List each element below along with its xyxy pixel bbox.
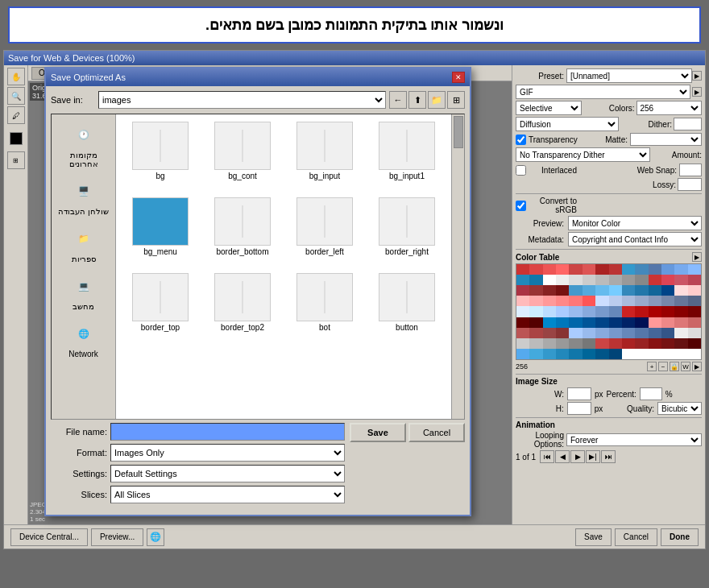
file-item[interactable]: border_left xyxy=(285,195,364,267)
color-cell[interactable] xyxy=(583,338,595,349)
dialog-save-btn[interactable]: Save xyxy=(350,423,406,442)
color-cell[interactable] xyxy=(609,285,622,296)
color-cell[interactable] xyxy=(516,264,529,275)
color-cell[interactable] xyxy=(649,338,661,349)
color-add-btn[interactable]: + xyxy=(647,362,657,371)
color-cell[interactable] xyxy=(595,306,608,317)
color-cell[interactable] xyxy=(649,264,661,275)
up-btn[interactable]: ⬆ xyxy=(408,91,426,109)
color-cell[interactable] xyxy=(688,328,701,338)
color-cell[interactable] xyxy=(674,317,687,328)
color-cell[interactable] xyxy=(583,264,595,275)
color-cell[interactable] xyxy=(529,306,542,317)
color-cell[interactable] xyxy=(583,317,595,328)
convert-srgb-checkbox[interactable] xyxy=(516,201,526,211)
color-cell[interactable] xyxy=(595,275,608,285)
color-cell[interactable] xyxy=(635,306,648,317)
color-cell[interactable] xyxy=(595,285,608,296)
color-cell[interactable] xyxy=(583,349,595,359)
color-cell[interactable] xyxy=(529,296,542,306)
color-cell[interactable] xyxy=(543,338,556,349)
color-cell[interactable] xyxy=(583,285,595,296)
color-cell[interactable] xyxy=(516,349,529,359)
lossy-value[interactable]: 0 xyxy=(678,178,702,191)
color-cell[interactable] xyxy=(569,328,582,338)
color-cell[interactable] xyxy=(622,285,635,296)
device-central-btn[interactable]: Device Central... xyxy=(10,528,88,546)
anim-prev-btn[interactable]: ◀ xyxy=(555,450,570,463)
color-cell[interactable] xyxy=(609,296,622,306)
settings-select[interactable]: Default Settings xyxy=(110,465,345,482)
color-cell[interactable] xyxy=(556,349,569,359)
color-cell[interactable] xyxy=(649,328,661,338)
color-cell[interactable] xyxy=(661,264,674,275)
anim-last-btn[interactable]: ⏭ xyxy=(601,450,616,463)
color-cell[interactable] xyxy=(609,264,622,275)
place-item[interactable]: 🕐מקומות אחרונים xyxy=(56,118,112,171)
color-cell[interactable] xyxy=(661,306,674,317)
color-cell[interactable] xyxy=(635,285,648,296)
dialog-close-btn[interactable]: ✕ xyxy=(452,72,465,83)
web-snap-value[interactable]: 0% xyxy=(679,164,702,176)
color-cell[interactable] xyxy=(688,275,701,285)
color-table-expand[interactable]: ▶ xyxy=(692,252,702,262)
color-cell[interactable] xyxy=(556,275,569,285)
colors-select[interactable]: 256 xyxy=(636,101,703,115)
file-item[interactable]: bg_menu xyxy=(121,195,200,267)
color-cell[interactable] xyxy=(649,275,661,285)
color-cell[interactable] xyxy=(609,328,622,338)
color-cell[interactable] xyxy=(609,349,622,359)
color-cell[interactable] xyxy=(543,296,556,306)
color-cell[interactable] xyxy=(516,328,529,338)
color-cell[interactable] xyxy=(529,275,542,285)
color-cell[interactable] xyxy=(529,285,542,296)
filename-input[interactable]: gif.לוגו-הקמת-אתר-אינטרנט xyxy=(110,423,345,441)
color-cell[interactable] xyxy=(688,296,701,306)
color-cell[interactable] xyxy=(622,306,635,317)
file-item[interactable]: border_right xyxy=(367,195,446,267)
color-cell[interactable] xyxy=(674,338,687,349)
view-btn[interactable]: ⊞ xyxy=(447,91,465,109)
format-expand[interactable]: ▶ xyxy=(692,87,702,97)
color-cell[interactable] xyxy=(635,275,648,285)
color-cell[interactable] xyxy=(622,264,635,275)
looping-select[interactable]: Forever xyxy=(566,433,702,446)
diffusion-select[interactable]: Diffusion xyxy=(516,117,619,131)
dither-value[interactable]: 100% xyxy=(674,118,702,130)
color-cell[interactable] xyxy=(529,338,542,349)
color-cell[interactable] xyxy=(661,285,674,296)
scroll-thumb[interactable] xyxy=(454,116,463,148)
color-cell[interactable] xyxy=(622,328,635,338)
color-cell[interactable] xyxy=(674,285,687,296)
color-cell[interactable] xyxy=(583,296,595,306)
color-lock-btn[interactable]: 🔒 xyxy=(670,362,679,371)
preview-btn[interactable]: Preview... xyxy=(91,528,143,546)
file-item[interactable]: border_top xyxy=(121,271,200,343)
interlaced-checkbox[interactable] xyxy=(516,165,526,176)
back-btn[interactable]: ← xyxy=(389,91,407,109)
file-item[interactable]: button xyxy=(367,271,446,343)
preview-tool[interactable]: ⊞ xyxy=(7,151,25,169)
color-menu-btn[interactable]: ▶ xyxy=(692,362,702,371)
color-cell[interactable] xyxy=(529,317,542,328)
done-btn[interactable]: Done xyxy=(661,528,699,546)
color-cell[interactable] xyxy=(688,317,701,328)
new-folder-btn[interactable]: 📁 xyxy=(428,91,446,109)
file-item[interactable]: bg xyxy=(121,119,200,192)
color-cell[interactable] xyxy=(649,317,661,328)
file-item[interactable]: bg_input xyxy=(285,119,364,192)
color-cell[interactable] xyxy=(516,296,529,306)
preset-select[interactable]: [Unnamed] xyxy=(566,68,692,83)
cancel-btn-bottom[interactable]: Cancel xyxy=(615,528,657,546)
color-cell[interactable] xyxy=(543,349,556,359)
color-cell[interactable] xyxy=(649,285,661,296)
anim-first-btn[interactable]: ⏮ xyxy=(540,450,554,463)
color-cell[interactable] xyxy=(569,264,582,275)
file-item[interactable]: border_top2 xyxy=(203,271,282,343)
color-cell[interactable] xyxy=(556,306,569,317)
color-cell[interactable] xyxy=(595,328,608,338)
color-cell[interactable] xyxy=(595,349,608,359)
color-cell[interactable] xyxy=(569,275,582,285)
quality-select[interactable]: Bicubic xyxy=(657,402,702,415)
scrollbar[interactable] xyxy=(451,114,464,419)
